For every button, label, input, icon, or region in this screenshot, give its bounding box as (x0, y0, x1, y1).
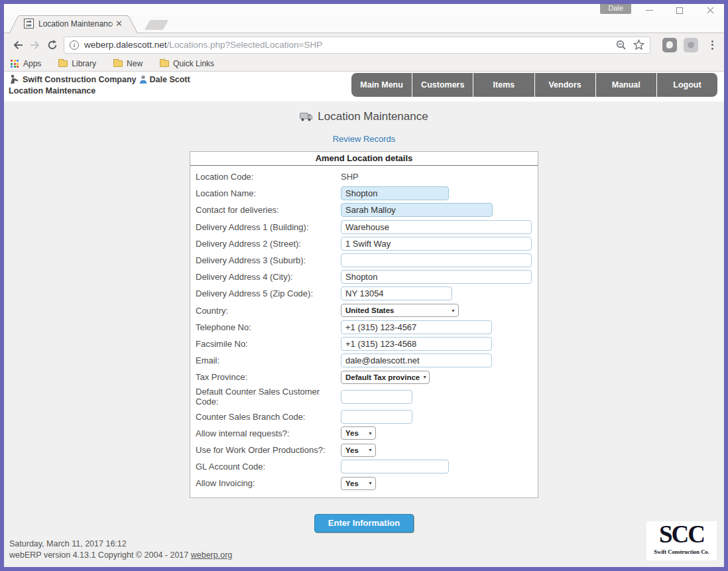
user-icon (139, 75, 147, 84)
field-static-value: SHP (341, 172, 359, 182)
bookmark-folder-label: New (127, 59, 143, 68)
form-row: Email: (196, 353, 538, 367)
minimize-icon (646, 10, 653, 11)
field-input[interactable] (341, 203, 493, 217)
field-label: Delivery Address 5 (Zip Code): (196, 288, 341, 298)
amend-location-panel: Amend Location details Location Code:SHP… (190, 151, 538, 498)
field-label: Country: (196, 306, 341, 316)
field-label: Delivery Address 3 (Suburb): (196, 255, 341, 265)
tab-close-icon[interactable]: ✕ (115, 19, 123, 28)
close-icon (706, 6, 715, 15)
extension-button[interactable] (662, 38, 677, 52)
menu-item-vendors[interactable]: Vendors (534, 73, 595, 97)
field-input[interactable] (341, 220, 532, 234)
form-rows: Location Code:SHPLocation Name:Contact f… (190, 166, 538, 497)
apps-shortcut[interactable]: Apps (11, 59, 41, 68)
field-label: Counter Sales Branch Code: (196, 412, 341, 422)
form-row: Allow Invoicing:Yes▼ (196, 476, 538, 490)
menu-item-logout[interactable]: Logout (656, 73, 717, 97)
menu-item-manual[interactable]: Manual (595, 73, 656, 97)
bookmark-star-icon (633, 39, 644, 50)
minimize-button[interactable] (639, 5, 659, 15)
new-tab-button[interactable] (145, 20, 169, 30)
form-row: Tax Province:Default Tax province▼ (196, 370, 538, 384)
field-input[interactable] (341, 460, 449, 474)
forward-icon (29, 39, 41, 51)
field-label: GL Account Code: (196, 462, 341, 472)
field-label: Email: (196, 355, 341, 365)
scc-logo-company: Swift Construction Co. (646, 548, 717, 555)
field-select[interactable]: Yes▼ (341, 477, 376, 490)
field-select[interactable]: Yes▼ (341, 426, 376, 440)
user-name: Dale Scott (150, 75, 190, 84)
weberp-org-link[interactable]: weberp.org (191, 550, 233, 560)
select-value: Default Tax province (345, 373, 420, 381)
bookmark-folder-quick-links[interactable]: Quick Links (160, 59, 214, 68)
field-input[interactable] (341, 410, 412, 424)
enter-information-button[interactable]: Enter Information (314, 514, 414, 533)
bookmark-star-button[interactable] (633, 39, 644, 50)
menu-item-customers[interactable]: Customers (412, 73, 473, 97)
form-row: Delivery Address 4 (City): (196, 270, 538, 284)
field-input[interactable] (341, 286, 452, 300)
folder-icon (160, 60, 169, 67)
back-button[interactable] (9, 36, 27, 54)
field-input[interactable] (341, 186, 449, 200)
window-controls (629, 5, 720, 15)
browser-menu-button[interactable] (706, 38, 719, 52)
form-row: Location Name: (196, 186, 538, 200)
field-label: Allow Invoicing: (196, 478, 341, 488)
field-select[interactable]: United States▼ (341, 304, 459, 317)
bookmark-folder-library[interactable]: Library (58, 59, 96, 68)
field-input[interactable] (341, 270, 532, 284)
bookmark-folder-new[interactable]: New (113, 59, 143, 68)
tab-location-maintenance[interactable]: webERP Location Maintenance ✕ (24, 19, 130, 29)
folder-icon (113, 60, 123, 67)
menu-item-items[interactable]: Items (473, 73, 534, 97)
extension-button-2[interactable] (684, 38, 698, 52)
menu-item-main-menu[interactable]: Main Menu (351, 73, 412, 97)
zoom-out-icon (616, 40, 627, 50)
close-button[interactable] (700, 5, 720, 15)
panel-title: Amend Location details (190, 152, 538, 166)
select-value: United States (345, 306, 394, 314)
bookmark-folder-label: Library (72, 59, 96, 68)
page-title-text: Location Maintenance (318, 110, 428, 123)
field-label: Delivery Address 4 (City): (196, 272, 341, 282)
field-input[interactable] (341, 337, 492, 351)
field-label: Use for Work Order Productions?: (196, 445, 341, 455)
forward-button[interactable] (27, 36, 44, 54)
form-row: Location Code:SHP (196, 170, 538, 184)
zoom-out-button[interactable] (616, 40, 627, 50)
folder-icon (58, 60, 68, 67)
field-input[interactable] (341, 390, 412, 404)
tab-title: Location Maintenance (38, 19, 113, 29)
reload-button[interactable] (44, 36, 61, 54)
review-records-link[interactable]: Review Records (333, 134, 396, 144)
tab-strip: webERP Location Maintenance ✕ (4, 16, 724, 33)
url-text: weberp.dalescott.net/Locations.php?Selec… (84, 40, 322, 50)
field-label: Contact for deliveries: (196, 205, 341, 215)
chrome-profile-button[interactable]: Dale (600, 3, 631, 14)
field-input[interactable] (341, 353, 492, 367)
maximize-button[interactable] (670, 5, 690, 15)
chevron-down-icon: ▼ (451, 308, 455, 313)
field-input[interactable] (341, 253, 532, 267)
field-input[interactable] (341, 320, 492, 334)
browser-toolbar: i weberp.dalescott.net/Locations.php?Sel… (4, 33, 724, 56)
field-select[interactable]: Default Tax province▼ (341, 371, 430, 384)
form-row: Contact for deliveries: (196, 203, 538, 217)
form-row: Delivery Address 1 (Building): (196, 220, 538, 234)
form-row: Facsimile No: (196, 337, 538, 351)
page-footer: Saturday, March 11, 2017 16:12 webERP ve… (9, 539, 724, 562)
field-input[interactable] (341, 237, 532, 251)
reload-icon (46, 39, 58, 51)
url-path: /Locations.php?SelectedLocation=SHP (167, 40, 323, 50)
scc-logo: SCC Swift Construction Co. (646, 521, 717, 560)
url-bar[interactable]: i weberp.dalescott.net/Locations.php?Sel… (64, 36, 650, 54)
scc-logo-acronym: SCC (646, 521, 717, 548)
bookmark-folders: LibraryNewQuick Links (58, 59, 231, 68)
field-label: Delivery Address 2 (Street): (196, 239, 341, 249)
page-info-icon[interactable]: i (70, 40, 79, 50)
field-select[interactable]: Yes▼ (341, 444, 376, 457)
